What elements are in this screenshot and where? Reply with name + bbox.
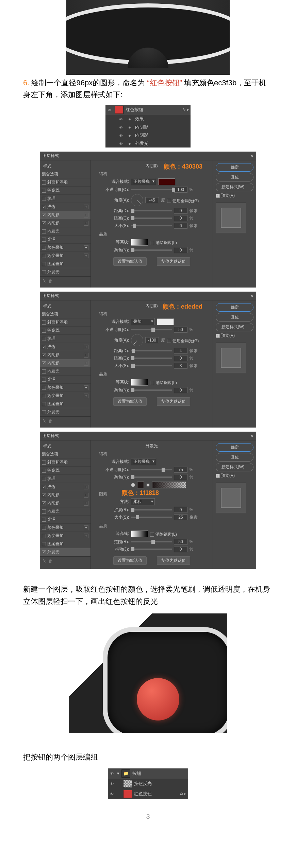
- cancel-button[interactable]: 复位: [216, 313, 253, 322]
- stroke-item[interactable]: 描边+: [40, 203, 91, 211]
- ok-button[interactable]: 确定: [216, 163, 253, 172]
- bevel-item[interactable]: 斜面和浮雕: [40, 318, 91, 327]
- texture-item[interactable]: 纹理: [40, 335, 91, 343]
- blend-mode-select[interactable]: 正片叠底: [131, 458, 156, 465]
- jitter-value[interactable]: 0: [174, 546, 187, 552]
- add-icon[interactable]: +: [84, 345, 88, 349]
- inner-glow-item[interactable]: 内发光: [40, 507, 91, 516]
- checkbox[interactable]: [42, 329, 46, 333]
- checkbox[interactable]: [42, 378, 46, 382]
- checkbox[interactable]: [42, 197, 46, 201]
- checkbox[interactable]: [42, 402, 46, 406]
- noise-value[interactable]: 0: [174, 247, 187, 253]
- color-overlay-item[interactable]: 颜色叠加+: [40, 524, 91, 532]
- ok-button[interactable]: 确定: [216, 303, 253, 312]
- antialias-checkbox[interactable]: [150, 241, 154, 245]
- add-icon[interactable]: +: [84, 385, 88, 390]
- add-icon[interactable]: +: [84, 534, 88, 538]
- choke-value[interactable]: 0: [174, 215, 187, 221]
- choke-slider[interactable]: [131, 358, 172, 359]
- checkbox[interactable]: [42, 369, 46, 374]
- effect-inner-shadow-1[interactable]: 内阴影: [105, 123, 191, 131]
- range-slider[interactable]: [131, 541, 172, 542]
- checkbox[interactable]: [42, 534, 46, 538]
- close-icon[interactable]: ✕: [250, 154, 253, 158]
- color-overlay-item[interactable]: 颜色叠加+: [40, 244, 91, 252]
- checkbox[interactable]: [42, 238, 46, 242]
- visibility-icon[interactable]: [119, 125, 124, 130]
- inner-shadow-item-2[interactable]: 内阴影+: [40, 219, 91, 227]
- blend-options[interactable]: 混合选项: [40, 450, 91, 458]
- add-icon[interactable]: +: [84, 361, 88, 366]
- inner-shadow-item[interactable]: 内阴影+: [40, 491, 91, 499]
- cancel-button[interactable]: 复位: [216, 453, 253, 462]
- checkbox[interactable]: [42, 361, 46, 365]
- checkbox[interactable]: [42, 485, 46, 489]
- close-icon[interactable]: ✕: [250, 434, 253, 438]
- size-value[interactable]: 25: [174, 514, 187, 520]
- distance-value[interactable]: 0: [174, 208, 187, 214]
- satin-item[interactable]: 光泽: [40, 376, 91, 384]
- radio-on[interactable]: [146, 483, 150, 487]
- choke-slider[interactable]: [131, 218, 172, 219]
- checkbox[interactable]: [42, 542, 46, 546]
- checkbox[interactable]: [42, 262, 46, 266]
- inner-shadow-item-2[interactable]: 内阴影+: [40, 499, 91, 507]
- size-slider[interactable]: [131, 517, 172, 518]
- method-select[interactable]: 柔和: [131, 498, 155, 505]
- add-icon[interactable]: +: [84, 394, 88, 398]
- checkbox[interactable]: [42, 477, 46, 481]
- checkbox[interactable]: [42, 189, 46, 193]
- checkbox[interactable]: [42, 386, 46, 390]
- stroke-item[interactable]: 描边+: [40, 483, 91, 491]
- jitter-slider[interactable]: [131, 549, 172, 550]
- checkbox[interactable]: [42, 550, 46, 554]
- checkbox[interactable]: [42, 270, 46, 274]
- size-slider[interactable]: [131, 365, 172, 366]
- texture-item[interactable]: 纹理: [40, 475, 91, 483]
- angle-value[interactable]: -130: [145, 337, 159, 343]
- checkbox[interactable]: [42, 229, 46, 233]
- checkbox[interactable]: [42, 180, 46, 185]
- checkbox[interactable]: [42, 518, 46, 522]
- checkbox[interactable]: [42, 501, 46, 505]
- contour-item[interactable]: 等高线: [40, 327, 91, 335]
- global-light-checkbox[interactable]: [167, 339, 171, 343]
- checkbox[interactable]: [42, 526, 46, 530]
- opacity-slider[interactable]: [131, 329, 172, 330]
- contour-item[interactable]: 等高线: [40, 187, 91, 195]
- range-value[interactable]: 50: [174, 539, 187, 545]
- visibility-icon[interactable]: [119, 141, 124, 146]
- contour-picker[interactable]: [131, 531, 148, 537]
- new-style-button[interactable]: 新建样式(W)...: [216, 183, 253, 191]
- inner-shadow-item-2[interactable]: 内阴影+: [40, 359, 91, 367]
- gradient-swatch[interactable]: [152, 482, 186, 488]
- distance-value[interactable]: 4: [174, 348, 187, 354]
- bevel-item[interactable]: 斜面和浮雕: [40, 458, 91, 467]
- satin-item[interactable]: 光泽: [40, 516, 91, 524]
- add-icon[interactable]: +: [84, 493, 88, 498]
- styles-header[interactable]: 样式: [40, 442, 91, 450]
- gradient-overlay-item[interactable]: 渐变叠加+: [40, 532, 91, 540]
- group-row[interactable]: ▾ 📁 按钮: [108, 768, 188, 779]
- checkbox[interactable]: [42, 337, 46, 341]
- checkbox[interactable]: [42, 394, 46, 398]
- add-icon[interactable]: +: [84, 213, 88, 218]
- noise-value[interactable]: 0: [174, 474, 187, 480]
- checkbox[interactable]: [42, 461, 46, 465]
- trash-icon[interactable]: 🗑: [48, 419, 52, 423]
- angle-value[interactable]: -45: [145, 197, 159, 203]
- opacity-slider[interactable]: [131, 469, 172, 470]
- effect-inner-shadow-2[interactable]: 内阴影: [105, 131, 191, 139]
- contour-item[interactable]: 等高线: [40, 467, 91, 475]
- add-icon[interactable]: +: [84, 353, 88, 358]
- color-overlay-item[interactable]: 颜色叠加+: [40, 384, 91, 392]
- checkbox[interactable]: [42, 493, 46, 497]
- inner-shadow-item[interactable]: 内阴影+: [40, 351, 91, 359]
- blend-mode-select[interactable]: 叠加: [131, 318, 155, 325]
- checkbox[interactable]: [42, 345, 46, 349]
- inner-glow-item[interactable]: 内发光: [40, 367, 91, 376]
- add-icon[interactable]: +: [84, 254, 88, 258]
- trash-icon[interactable]: 🗑: [48, 279, 52, 283]
- reset-default-button[interactable]: 复位为默认值: [157, 257, 190, 266]
